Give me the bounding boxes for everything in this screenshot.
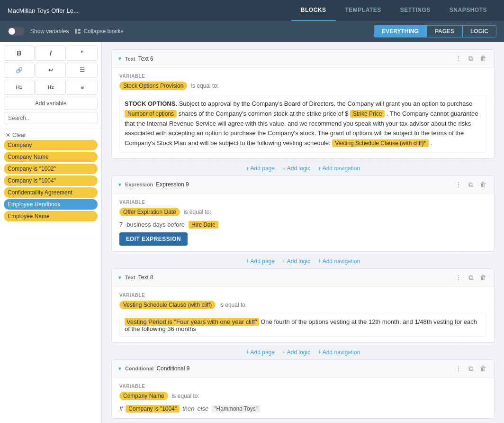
block-expr9-variable-row: Offer Expiration Date is equal to: [119,208,486,216]
block-expr9-delete[interactable]: 🗑 [478,180,488,190]
block-text6-header: ▼ Text Text 6 ⋮ ⧉ 🗑 [112,50,494,68]
view-tab-everything[interactable]: EVERYTHING [374,25,427,37]
block-expr9-collapse[interactable]: ▼ [117,182,122,187]
show-variables-label: Show variables [30,28,69,35]
svg-rect-1 [78,29,81,31]
add-navigation-1[interactable]: + Add navigation [318,165,360,172]
tab-snapshots[interactable]: SNAPSHOTS [440,0,496,21]
h1-button[interactable]: H1 [4,80,35,95]
add-navigation-2[interactable]: + Add navigation [318,258,360,265]
search-input[interactable] [4,112,98,124]
block-cond9-var-tag: Company Name [119,392,168,400]
block-text8: ▼ Text Text 8 ⋮ ⧉ 🗑 VARIABLE Vesting Sch… [111,268,495,343]
block-text6-eq: is equal to: [191,83,218,89]
block-cond9-else: else [197,405,208,412]
sidebar-item-company[interactable]: Company [4,140,98,150]
link-button[interactable]: 🔗 [4,63,35,78]
block-text8-drag[interactable]: ⋮ [453,273,464,283]
block-expr9-copy[interactable]: ⧉ [467,180,475,190]
block-cond9-value: "Hammond Toys" [211,405,261,413]
collapse-blocks-button[interactable]: Collapse blocks [74,28,123,35]
block-expr9-actions: ⋮ ⧉ 🗑 [453,180,488,190]
bold-button[interactable]: B [4,46,35,61]
sidebar-item-employee-name[interactable]: Employee Name [4,211,98,221]
rotate-button[interactable]: ↩ [36,63,66,78]
add-page-2[interactable]: + Add page [246,258,275,265]
edit-expression-button[interactable]: EDIT EXPRESSION [119,232,188,246]
add-row-2: + Add page + Add logic + Add navigation [111,254,495,268]
app-title: MacMillan Toys Offer Le... [8,7,79,14]
add-navigation-3[interactable]: + Add navigation [318,349,360,356]
block-text6-tag-strike-price: Strike Price [350,110,385,118]
add-logic-2[interactable]: + Add logic [282,258,310,265]
block-text6-body: VARIABLE Stock Options Provision is equa… [112,68,494,158]
collapse-icon [74,28,81,35]
block-text6-variable-row: Stock Options Provision is equal to: [119,82,486,90]
block-text8-body: VARIABLE Vesting Schedule Clause (with c… [112,287,494,342]
block-text8-header: ▼ Text Text 8 ⋮ ⧉ 🗑 [112,269,494,287]
show-variables-toggle[interactable] [8,27,25,36]
add-logic-1[interactable]: + Add logic [282,165,310,172]
italic-button[interactable]: I [36,46,66,61]
block-text6-var-tag: Stock Options Provision [119,82,187,90]
sidebar-item-company-1004[interactable]: Company is "1004" [4,175,98,186]
block-text8-delete[interactable]: 🗑 [478,273,488,283]
block-expr9-drag[interactable]: ⋮ [453,180,464,190]
block-cond9-if: If [119,405,123,412]
clear-button[interactable]: ✕ Clear [4,130,98,140]
block-cond9-variable-label: VARIABLE [119,384,486,389]
block-cond9-actions: ⋮ ⧉ 🗑 [453,364,488,374]
block-text6-variable-label: VARIABLE [119,74,486,79]
sidebar: B I " 🔗 ↩ ☰ H1 H2 ≡ Add variable ✕ Clear [0,42,102,423]
block-cond9-type: Conditional [125,366,154,371]
block-cond9-then: then [182,405,194,412]
block-text8-eq: is equal to: [219,302,247,308]
tab-blocks[interactable]: BLOCKS [291,0,336,21]
block-text8-actions: ⋮ ⧉ 🗑 [453,273,488,283]
block-text8-variable-label: VARIABLE [119,293,486,298]
block-expr9-hire-date: Hire Date [189,221,218,229]
add-page-1[interactable]: + Add page [246,165,275,172]
block-text8-collapse[interactable]: ▼ [117,275,122,280]
block-text6-collapse[interactable]: ▼ [117,56,122,61]
list-button[interactable]: ☰ [67,63,98,78]
sidebar-item-company-name[interactable]: Company Name [4,152,98,162]
block-text8-copy[interactable]: ⧉ [467,273,475,283]
view-tab-pages[interactable]: PAGES [427,25,462,37]
top-nav: MacMillan Toys Offer Le... BLOCKS TEMPLA… [0,0,504,21]
quote-button[interactable]: " [67,46,98,61]
block-text6-tag-number-options: Number of options [125,110,177,118]
sidebar-item-employee-handbook[interactable]: Employee Handbook [4,199,98,210]
sidebar-item-confidentiality[interactable]: Confidentaility Agreement [4,187,98,198]
block-cond9-drag[interactable]: ⋮ [453,364,464,374]
tab-settings[interactable]: SETTINGS [391,0,440,21]
add-page-3[interactable]: + Add page [246,349,275,356]
block-expr9-expr-text: business days before [126,221,185,228]
block-text6-copy[interactable]: ⧉ [467,54,475,64]
tab-templates[interactable]: TEMPLATES [336,0,391,21]
svg-rect-0 [75,29,77,34]
block-cond9-cond-row: If Company is "1004" then else "Hammond … [119,405,486,413]
block-text6-delete[interactable]: 🗑 [478,54,488,64]
h2-button[interactable]: H2 [36,80,66,95]
add-row-3: + Add page + Add logic + Add navigation [111,345,495,359]
block-cond9-body: VARIABLE Company Name is equal to: If Co… [112,378,494,418]
view-tab-logic[interactable]: LOGIC [462,25,496,37]
add-variable-button[interactable]: Add variable [4,97,98,110]
sidebar-item-company-1002[interactable]: Company is "1002" [4,164,98,174]
block-text8-var-tag: Vesting Schedule Clause (with cliff) [119,301,216,309]
block-cond9-collapse[interactable]: ▼ [117,366,122,371]
block-cond9-variable-row: Company Name is equal to: [119,392,486,400]
svg-rect-2 [78,32,81,34]
main-layout: B I " 🔗 ↩ ☰ H1 H2 ≡ Add variable ✕ Clear [0,42,504,423]
block-text6-drag[interactable]: ⋮ [453,54,464,64]
toolbar: Show variables Collapse blocks EVERYTHIN… [0,21,504,42]
block-cond9-delete[interactable]: 🗑 [478,364,488,374]
toolbar-left: Show variables Collapse blocks [8,27,123,36]
block-expr9-header: ▼ Expression Expression 9 ⋮ ⧉ 🗑 [112,176,494,194]
add-logic-3[interactable]: + Add logic [282,349,310,356]
block-expr9: ▼ Expression Expression 9 ⋮ ⧉ 🗑 VARIABLE… [111,175,495,252]
block-expr9-body: VARIABLE Offer Expiration Date is equal … [112,194,494,251]
list2-button[interactable]: ≡ [67,80,98,95]
block-cond9-copy[interactable]: ⧉ [467,364,475,374]
